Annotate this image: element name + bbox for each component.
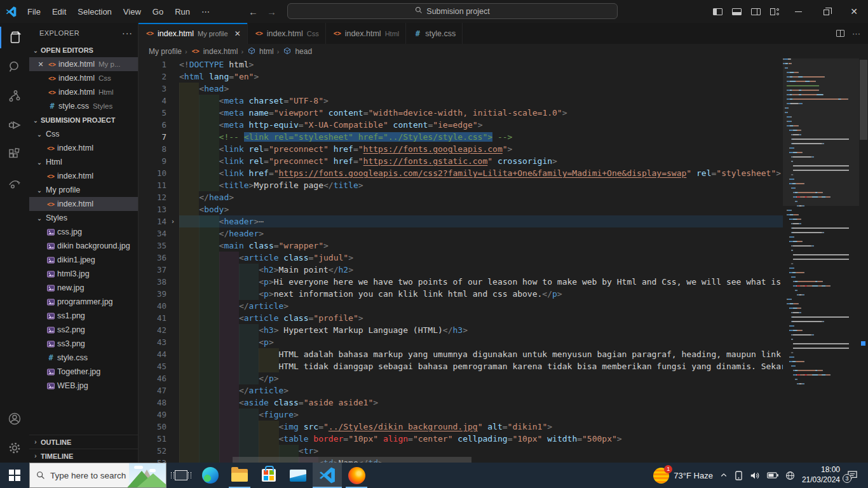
close-button[interactable]: ✕ <box>840 0 868 23</box>
restore-button[interactable] <box>812 0 840 23</box>
tree-folder-styles[interactable]: ⌄Styles <box>29 211 138 225</box>
menu-selection[interactable]: Selection <box>72 7 117 17</box>
breadcrumb-item-index.html[interactable]: <>index.html <box>191 47 238 56</box>
taskbar-app-file-explorer[interactable] <box>225 463 254 488</box>
editor-more-actions-icon[interactable]: ··· <box>852 29 860 38</box>
volume-icon[interactable] <box>750 471 760 480</box>
code-line[interactable]: 44HTML adalah bahasa markup yang umumnya… <box>139 348 783 360</box>
taskbar-clock[interactable]: 18:00 21/03/2024 <box>802 465 840 485</box>
tree-folder-css[interactable]: ⌄Css <box>29 127 138 141</box>
code-line[interactable]: 40</article> <box>139 300 783 312</box>
activity-source-control-icon[interactable] <box>0 81 29 111</box>
horizontal-scrollbar-thumb[interactable] <box>233 457 471 463</box>
tree-file-index-html[interactable]: <>index.html <box>29 169 138 183</box>
tab-index-html-css[interactable]: <>index.htmlCss <box>248 23 326 44</box>
tree-file-dikin-background-jpg[interactable]: dikin background.jpg <box>29 239 138 253</box>
tree-file-ss1-png[interactable]: ss1.png <box>29 309 138 323</box>
code-line[interactable]: 35<main class="wrapper"> <box>139 240 783 252</box>
tree-file-ss3-png[interactable]: ss3.png <box>29 337 138 351</box>
network-globe-icon[interactable] <box>785 471 795 480</box>
battery-icon[interactable] <box>767 471 778 479</box>
code-line[interactable]: 13<body> <box>139 203 783 215</box>
close-icon[interactable]: ✕ <box>34 60 47 69</box>
code-line[interactable]: 38<p>Hi everyone here we have two points… <box>139 276 783 288</box>
tree-file-together-jpg[interactable]: Together.jpg <box>29 365 138 379</box>
code-line[interactable]: 11<title>Myprofile page</title> <box>139 179 783 191</box>
code-line[interactable]: 37<h2>Main point</h2> <box>139 264 783 276</box>
start-button[interactable] <box>0 463 29 488</box>
project-header[interactable]: ⌄ SUBMISION PROJECT <box>29 113 138 127</box>
code-line[interactable]: 52<tr> <box>139 445 783 457</box>
menu-edit[interactable]: Edit <box>46 7 72 17</box>
activity-run-debug-icon[interactable] <box>0 111 29 140</box>
command-center-search[interactable]: Submision project <box>287 3 618 19</box>
code-line[interactable]: 46</p> <box>139 372 783 384</box>
code-line[interactable]: 4<meta charset="UTF-8"> <box>139 95 783 107</box>
taskbar-search-input[interactable]: Type here to search <box>29 463 166 488</box>
breadcrumb-item-my-profile[interactable]: My profile <box>149 47 182 56</box>
code-line[interactable]: 7<!-- <link rel="stylesheet" href="../St… <box>139 131 783 143</box>
open-editor-item[interactable]: ✕<>index.htmlMy p... <box>29 57 138 71</box>
menu-[interactable]: ⋯ <box>196 7 215 17</box>
code-line[interactable]: 42<h3> Hypertext Markup Language (HTML)<… <box>139 324 783 336</box>
tree-file-new-jpg[interactable]: new.jpg <box>29 281 138 295</box>
code-line[interactable]: 50<img src="../Styles/dikin background.j… <box>139 421 783 433</box>
code-line[interactable]: 48<aside class="aside aside1"> <box>139 396 783 409</box>
code-line[interactable]: 41<article class="profile"> <box>139 312 783 324</box>
split-editor-icon[interactable] <box>836 30 844 37</box>
code-line[interactable]: 1<!DOCTYPE html> <box>139 58 783 71</box>
taskbar-app-edge[interactable] <box>196 463 225 488</box>
taskbar-app-mail[interactable] <box>283 463 313 488</box>
code-line[interactable]: 10<link href="https://fonts.googleapis.c… <box>139 167 783 179</box>
tab-style-css[interactable]: #style.css <box>406 23 463 44</box>
tree-file-style-css[interactable]: #style.css <box>29 351 138 365</box>
menu-run[interactable]: Run <box>169 7 196 17</box>
code-line[interactable]: 39<p>next information you can klik link … <box>139 288 783 300</box>
code-editor[interactable]: 1<!DOCTYPE html>2<html lang="en">3<head>… <box>139 58 868 463</box>
code-line[interactable]: 5<meta name="viewport" content="width=de… <box>139 107 783 119</box>
outline-section[interactable]: › OUTLINE <box>29 435 138 449</box>
code-line[interactable]: 47</article> <box>139 384 783 396</box>
code-line[interactable]: 36<article class="judul"> <box>139 252 783 264</box>
code-line[interactable]: 14›<header>⋯ <box>139 215 783 227</box>
open-editors-header[interactable]: ⌄ OPEN EDITORS <box>29 43 138 57</box>
menu-go[interactable]: Go <box>147 7 169 17</box>
activity-explorer-icon[interactable] <box>0 23 29 52</box>
code-line[interactable]: 2<html lang="en"> <box>139 71 783 83</box>
weather-widget[interactable]: 1 73°F Haze <box>653 468 713 484</box>
code-line[interactable]: 9<link rel="preconnect" href="https://fo… <box>139 155 783 167</box>
activity-settings-icon[interactable] <box>0 433 29 463</box>
taskbar-app-task-view[interactable] <box>166 463 196 488</box>
vertical-scrollbar[interactable] <box>859 58 868 463</box>
tray-chevron-up-icon[interactable] <box>720 471 728 479</box>
activity-extensions-icon[interactable] <box>0 140 29 169</box>
tree-file-programmer-jpg[interactable]: programmer.jpg <box>29 295 138 309</box>
explorer-more-actions-icon[interactable]: ··· <box>122 28 133 38</box>
toggle-panel-icon[interactable] <box>727 0 746 23</box>
taskbar-app-vscode[interactable] <box>313 463 342 488</box>
your-phone-icon[interactable] <box>735 471 743 480</box>
nav-back-icon[interactable]: ← <box>248 6 258 17</box>
code-line[interactable]: 49<figure> <box>139 409 783 421</box>
tab-index-html-my-profile[interactable]: <>index.htmlMy profile✕ <box>139 23 248 44</box>
activity-live-share-icon[interactable] <box>0 169 29 198</box>
tree-file-css-jpg[interactable]: css.jpg <box>29 225 138 239</box>
tree-file-index-html[interactable]: <>index.html <box>29 197 138 211</box>
minimap[interactable] <box>783 58 859 463</box>
open-editor-item[interactable]: <>index.htmlHtml <box>29 85 138 99</box>
code-line[interactable]: 45HTML tidak dianggap sebagai bahasa pem… <box>139 360 783 372</box>
taskbar-app-store[interactable] <box>254 463 283 488</box>
tab-index-html-html[interactable]: <>index.htmlHtml <box>326 23 407 44</box>
timeline-section[interactable]: › TIMELINE <box>29 449 138 463</box>
customize-layout-icon[interactable] <box>765 0 784 23</box>
minimize-button[interactable] <box>784 0 812 23</box>
toggle-secondary-sidebar-icon[interactable] <box>746 0 765 23</box>
nav-forward-icon[interactable]: → <box>267 6 276 17</box>
tree-file-ss2-png[interactable]: ss2.png <box>29 323 138 337</box>
menu-file[interactable]: File <box>22 7 46 17</box>
vertical-scrollbar-thumb[interactable] <box>860 60 867 140</box>
code-line[interactable]: 8<link rel="preconnect" href="https://fo… <box>139 143 783 155</box>
tree-folder-my-profile[interactable]: ⌄My profile <box>29 183 138 197</box>
tree-file-web-jpg[interactable]: WEB.jpg <box>29 379 138 393</box>
fold-chevron-icon[interactable]: › <box>166 215 179 227</box>
